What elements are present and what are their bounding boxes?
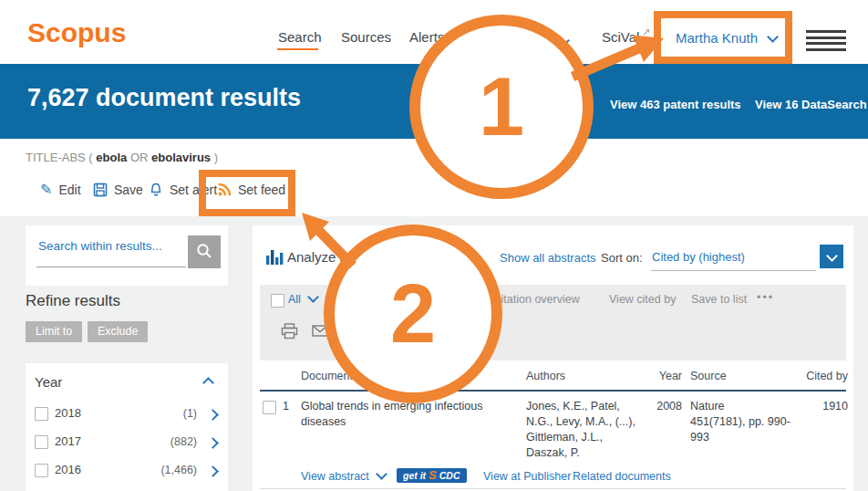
show-all-abstracts-link[interactable]: Show all abstracts [500, 251, 596, 265]
refine-results-title: Refine results [26, 292, 120, 310]
bell-icon [149, 183, 163, 197]
view-abstract-link[interactable]: View abstract [301, 470, 386, 483]
year-facet-card: Year 2018 (1) 2017 (882) 2016 (1,466) [26, 363, 228, 491]
view-at-publisher-link[interactable]: View at Publisher [483, 470, 571, 483]
search-within-input[interactable] [36, 238, 188, 254]
year-row-2016[interactable]: 2016 (1,466) [26, 463, 228, 481]
nav-search[interactable]: Search [278, 29, 322, 45]
chevron-down-icon [376, 468, 388, 480]
query-close: ) [214, 151, 218, 164]
chevron-right-icon[interactable] [207, 465, 219, 477]
collapse-facet-icon[interactable] [202, 377, 214, 389]
more-options-button[interactable]: ••• [757, 291, 774, 304]
bar-chart-icon [266, 248, 284, 265]
year-label: 2018 [55, 406, 81, 420]
annotation-box-set-feed [199, 170, 295, 216]
print-icon[interactable] [281, 323, 298, 340]
results-count-title: 7,627 document results [27, 84, 301, 112]
limit-to-button[interactable]: Limit to [26, 321, 82, 342]
select-all-dropdown[interactable]: All [288, 293, 317, 306]
query-term-2: ebolavirus [151, 151, 211, 164]
related-documents-link[interactable]: Related documents [573, 470, 671, 483]
input-underline [36, 266, 186, 267]
query-field: TITLE-ABS ( [26, 151, 93, 164]
nav-sources[interactable]: Sources [341, 29, 391, 45]
year-checkbox[interactable] [35, 435, 48, 449]
getit-suffix: CDC [439, 470, 460, 481]
query-operator: OR [130, 151, 149, 164]
chevron-right-icon[interactable] [207, 437, 219, 449]
scopus-results-page: Scopus Search Sources Alerts SciVal ↗ Ma… [0, 0, 868, 491]
floppy-disk-icon [93, 183, 108, 197]
year-checkbox[interactable] [35, 407, 48, 421]
year-checkbox[interactable] [35, 464, 48, 477]
sfx-logo-icon: S [429, 471, 437, 480]
row-year: 2008 [649, 399, 682, 414]
search-icon [188, 235, 221, 268]
edit-label: Edit [58, 183, 80, 197]
pencil-icon: ✎ [40, 183, 52, 196]
source-detail: 451(7181), pp. 990-993 [690, 414, 792, 445]
all-label: All [288, 293, 301, 306]
year-label: 2017 [55, 434, 81, 448]
scopus-logo[interactable]: Scopus [27, 17, 126, 48]
annotation-circle-2: 2 [324, 225, 502, 403]
chevron-down-icon [308, 291, 320, 303]
sort-value[interactable]: Cited by (highest) [652, 250, 745, 264]
hamburger-menu-icon[interactable] [806, 30, 846, 54]
col-year[interactable]: Year [649, 370, 682, 382]
save-button[interactable]: Save [93, 183, 143, 197]
chevron-right-icon[interactable] [207, 409, 219, 421]
document-title-link[interactable]: Global trends in emerging infectious dis… [301, 399, 518, 430]
select-all-checkbox[interactable] [271, 294, 284, 308]
row-divider [260, 488, 846, 489]
row-authors[interactable]: Jones, K.E., Patel, N.G., Levy, M.A., (.… [526, 399, 646, 461]
sort-on-label: Sort on: [601, 251, 643, 265]
exclude-button[interactable]: Exclude [88, 321, 148, 342]
view-abstract-label: View abstract [301, 470, 369, 483]
active-tab-underline [277, 48, 318, 50]
row-cited-count[interactable]: 1910 [786, 399, 848, 414]
external-link-icon: ↗ [642, 26, 650, 38]
annotation-circle-1: 1 [409, 15, 594, 199]
sort-underline [651, 270, 816, 271]
header-divider [260, 390, 846, 392]
getit-prefix: get it [403, 470, 426, 481]
row-source[interactable]: Nature 451(7181), pp. 990-993 [690, 399, 792, 445]
col-source[interactable]: Source [690, 370, 727, 382]
source-name: Nature [690, 399, 792, 414]
edit-button[interactable]: ✎ Edit [40, 183, 81, 197]
annotation-step-1-number: 1 [479, 60, 524, 154]
year-facet-title: Year [35, 374, 62, 390]
nav-scival[interactable]: SciVal [602, 29, 639, 45]
annotation-step-2-number: 2 [390, 267, 436, 361]
col-authors[interactable]: Authors [526, 370, 565, 382]
row-checkbox[interactable] [263, 401, 276, 414]
year-count: (1) [183, 407, 197, 420]
year-row-2018[interactable]: 2018 (1) [26, 406, 228, 424]
search-within-card [26, 225, 228, 286]
year-row-2017[interactable]: 2017 (882) [26, 434, 228, 453]
row-index: 1 [283, 399, 289, 414]
datasearch-link[interactable]: View 16 DataSearch [755, 98, 867, 111]
query-term-1: ebola [96, 151, 127, 164]
view-cited-by-button[interactable]: View cited by [609, 293, 676, 306]
search-query: TITLE-ABS ( ebola OR ebolavirus ) [26, 151, 218, 164]
sort-dropdown-button[interactable] [820, 245, 843, 268]
search-within-button[interactable] [188, 235, 221, 268]
annotation-box-user-menu [654, 11, 792, 64]
patent-results-link[interactable]: View 463 patent results [610, 98, 741, 111]
year-count: (1,466) [160, 464, 197, 476]
getit-cdc-button[interactable]: get it S CDC [397, 468, 467, 483]
save-label: Save [114, 183, 143, 197]
year-label: 2016 [55, 463, 81, 476]
year-count: (882) [170, 435, 197, 448]
col-cited-by[interactable]: Cited by [786, 370, 848, 382]
chevron-down-icon [826, 250, 838, 262]
save-to-list-button[interactable]: Save to list [691, 293, 747, 306]
